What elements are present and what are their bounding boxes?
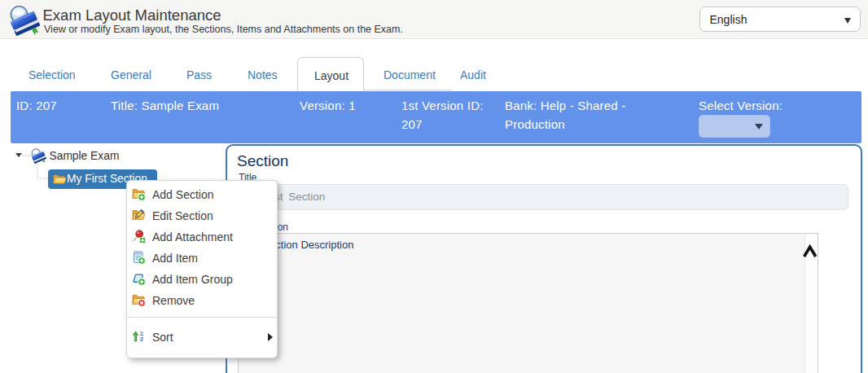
- svg-text:1: 1: [140, 331, 143, 336]
- svg-text:3: 3: [140, 336, 143, 342]
